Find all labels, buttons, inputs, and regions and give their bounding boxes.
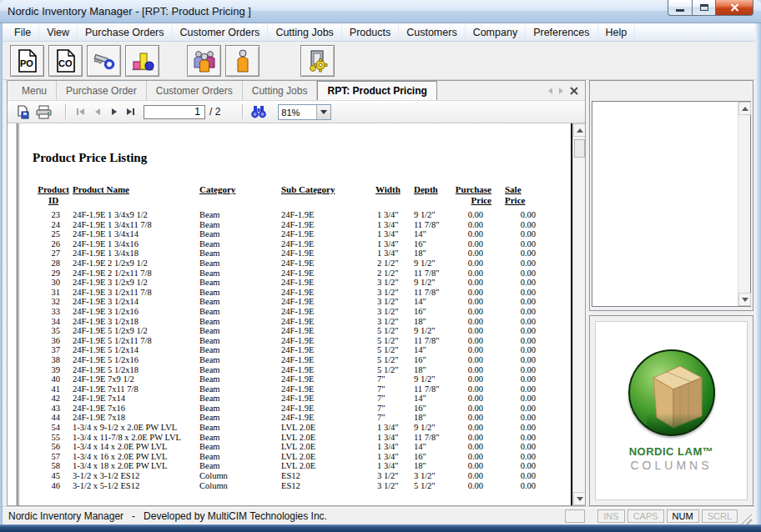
- menu-item-file[interactable]: File: [7, 23, 39, 41]
- scroll-up-button[interactable]: [738, 102, 751, 115]
- status-indicators: INSCAPSNUMSCRL: [595, 509, 738, 523]
- logo-subtitle: COLUMNS: [630, 459, 712, 472]
- column-header-width: Width: [375, 184, 401, 195]
- triangle-down-icon: [742, 298, 748, 302]
- table-row: 46 3-1/2 x 5-1/2 ES12 Column ES12 3 1/2"…: [33, 481, 536, 491]
- zoom-value: 81%: [279, 105, 316, 119]
- status-text: Nordic Inventory Manager - Developed by …: [8, 510, 562, 522]
- menu-item-view[interactable]: View: [39, 23, 78, 41]
- main-toolbar: PO CO: [3, 42, 755, 80]
- export-icon: [16, 105, 30, 119]
- triangle-up-icon: [577, 128, 583, 133]
- zoom-combobox[interactable]: 81%: [278, 104, 331, 120]
- tab-scroll-right-icon[interactable]: [559, 88, 563, 94]
- report-panel: MenuPurchase OrderCustomer OrdersCutting…: [7, 80, 586, 506]
- table-row: 31 24F-1.9E 3 1/2x11 7/8 Beam 24F-1.9E 3…: [33, 288, 536, 298]
- last-page-icon: [126, 108, 135, 116]
- tab-rpt-product-pricing[interactable]: RPT: Product Pricing: [317, 81, 436, 100]
- customer-orders-button[interactable]: CO: [48, 45, 83, 77]
- print-button[interactable]: [36, 105, 52, 119]
- reports-gear-icon: [306, 49, 330, 73]
- chart-button[interactable]: [125, 45, 159, 77]
- tab-purchase-order[interactable]: Purchase Order: [57, 81, 147, 100]
- close-button[interactable]: [715, 0, 753, 16]
- reports-button[interactable]: [300, 45, 335, 77]
- title-bar[interactable]: Nordic Inventory Manager - [RPT: Product…: [0, 0, 761, 23]
- customer-icon: [234, 48, 252, 73]
- maximize-icon: [700, 4, 708, 11]
- tab-scroll-left-icon[interactable]: [548, 88, 552, 94]
- window-border-left: [0, 23, 3, 524]
- tab-strip: MenuPurchase OrderCustomer OrdersCutting…: [8, 81, 585, 101]
- table-row: 43 24F-1.9E 7x16 Beam 24F-1.9E 7" 16" 0.…: [33, 404, 536, 414]
- tab-nav: [548, 81, 585, 100]
- tab-close-icon[interactable]: [570, 87, 578, 95]
- menu-item-customers[interactable]: Customers: [399, 23, 465, 41]
- table-row: 44 24F-1.9E 7x18 Beam 24F-1.9E 7" 18" 0.…: [33, 413, 536, 423]
- svg-text:CO: CO: [58, 58, 73, 68]
- table-row: 29 24F-1.9E 2 1/2x11 7/8 Beam 24F-1.9E 2…: [33, 269, 536, 279]
- page-number-input[interactable]: [144, 105, 205, 119]
- table-row: 37 24F-1.9E 5 1/2x14 Beam 24F-1.9E 5 1/2…: [33, 345, 536, 355]
- customers-button[interactable]: [187, 45, 221, 77]
- report-rows: 23 24F-1.9E 1 3/4x9 1/2 Beam 24F-1.9E 1 …: [33, 210, 536, 490]
- menu-item-products[interactable]: Products: [342, 23, 399, 41]
- scroll-down-button[interactable]: [738, 293, 751, 306]
- sidebar-listbox[interactable]: [592, 101, 751, 307]
- purchase-orders-button[interactable]: PO: [10, 45, 44, 77]
- logo-title: NORDIC LAM™: [629, 445, 714, 458]
- tab-cutting-jobs[interactable]: Cutting Jobs: [243, 81, 318, 100]
- customer-group-icon: [192, 48, 217, 73]
- zoom-dropdown-button[interactable]: [316, 105, 330, 119]
- first-page-button[interactable]: [73, 105, 88, 118]
- status-indicator-caps: CAPS: [627, 509, 664, 523]
- status-bar: Nordic Inventory Manager - Developed by …: [3, 506, 755, 524]
- table-row: 54 1-3/4 x 9-1/2 x 2.0E PW LVL Beam LVL …: [33, 423, 536, 433]
- menu-item-preferences[interactable]: Preferences: [526, 23, 597, 41]
- window-border-bottom: [0, 524, 761, 532]
- minimize-icon: [676, 9, 684, 12]
- logo-box: NORDIC LAM™ COLUMNS: [595, 321, 748, 500]
- key-button[interactable]: [87, 45, 121, 77]
- key-icon: [93, 50, 116, 72]
- tab-customer-orders[interactable]: Customer Orders: [147, 81, 243, 100]
- menu-item-customer-orders[interactable]: Customer Orders: [173, 23, 269, 41]
- triangle-up-icon: [742, 107, 748, 111]
- table-row: 56 1-3/4 x 14 x 2.0E PW LVL Beam LVL 2.0…: [33, 442, 536, 452]
- scroll-down-button[interactable]: [573, 492, 585, 505]
- tab-menu[interactable]: Menu: [13, 81, 57, 100]
- column-header-sub-category: Sub Category: [281, 184, 335, 195]
- table-row: 40 24F-1.9E 7x9 1/2 Beam 24F-1.9E 7" 9 1…: [33, 374, 536, 384]
- table-row: 35 24F-1.9E 5 1/2x9 1/2 Beam 24F-1.9E 5 …: [33, 326, 536, 336]
- last-page-button[interactable]: [123, 105, 138, 118]
- menu-item-company[interactable]: Company: [466, 23, 527, 41]
- next-page-button[interactable]: [107, 105, 121, 118]
- resize-grip-icon[interactable]: [741, 514, 752, 524]
- report-vertical-scrollbar[interactable]: [572, 123, 585, 505]
- menu-item-cutting-jobs[interactable]: Cutting Jobs: [268, 23, 341, 41]
- maximize-button[interactable]: [692, 0, 715, 16]
- scrollbar-thumb[interactable]: [574, 139, 585, 158]
- previous-page-button[interactable]: [90, 105, 104, 118]
- listbox-scrollbar[interactable]: [738, 102, 750, 306]
- svg-text:PO: PO: [20, 58, 33, 68]
- next-page-icon: [111, 108, 118, 116]
- table-row: 41 24F-1.9E 7x11 7/8 Beam 24F-1.9E 7" 11…: [33, 384, 536, 394]
- table-row: 32 24F-1.9E 3 1/2x14 Beam 24F-1.9E 3 1/2…: [33, 297, 536, 307]
- find-button[interactable]: [250, 105, 267, 118]
- minimize-button[interactable]: [668, 0, 692, 16]
- first-page-icon: [76, 108, 85, 116]
- report-page: Product Price Listing ProductID Product …: [17, 123, 572, 505]
- previous-page-icon: [94, 108, 101, 116]
- menu-item-help[interactable]: Help: [598, 23, 636, 41]
- scroll-up-button[interactable]: [573, 123, 585, 137]
- table-row: 36 24F-1.9E 5 1/2x11 7/8 Beam 24F-1.9E 5…: [33, 336, 536, 346]
- close-icon: [730, 3, 739, 12]
- table-row: 42 24F-1.9E 7x14 Beam 24F-1.9E 7" 14" 0.…: [33, 394, 536, 404]
- menu-item-purchase-orders[interactable]: Purchase Orders: [78, 23, 172, 41]
- export-button[interactable]: [16, 105, 30, 119]
- window-border-right: [755, 23, 761, 524]
- customer-button[interactable]: [225, 45, 260, 77]
- table-row: 30 24F-1.9E 3 1/2x9 1/2 Beam 24F-1.9E 3 …: [33, 278, 536, 288]
- table-row: 25 24F-1.9E 1 3/4x14 Beam 24F-1.9E 1 3/4…: [33, 229, 536, 239]
